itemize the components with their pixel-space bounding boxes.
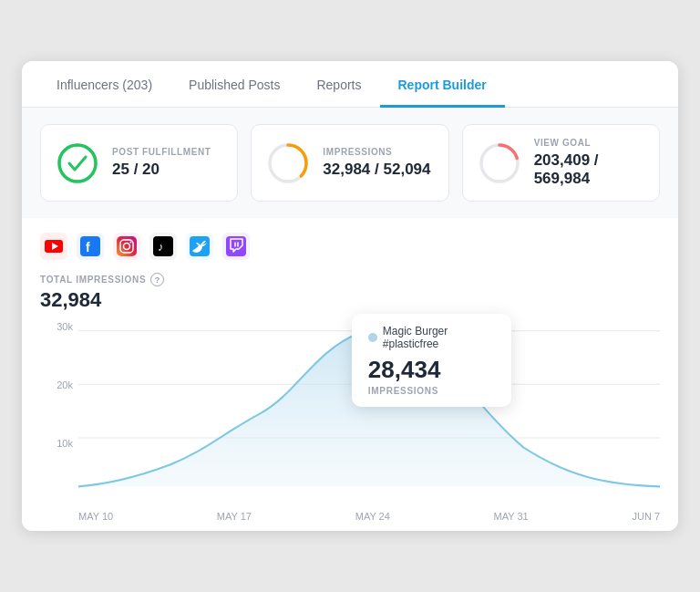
tab-influencers[interactable]: Influencers (203) <box>38 61 170 108</box>
y-axis-labels: 30k 20k 10k <box>40 321 73 522</box>
view-goal-icon <box>478 141 521 185</box>
y-label-20k: 20k <box>40 379 73 390</box>
chart-area: f <box>22 218 678 531</box>
instagram-icon[interactable] <box>113 233 140 260</box>
tab-published-posts[interactable]: Published Posts <box>170 61 298 108</box>
y-label-30k: 30k <box>40 321 73 332</box>
social-icons-row: f <box>40 233 660 260</box>
metric-impressions: IMPRESSIONS 32,984 / 52,094 <box>251 124 448 202</box>
chart-svg-container: Magic Burger #plasticfree 28,434 IMPRESS… <box>78 321 660 496</box>
total-impressions-value: 32,984 <box>40 288 660 312</box>
impressions-icon <box>266 141 310 185</box>
chart-wrapper: 30k 20k 10k <box>40 321 660 522</box>
view-goal-value: 203,409 / 569,984 <box>534 151 644 188</box>
svg-text:f: f <box>86 240 90 254</box>
post-fulfillment-label: POST FULFILLMENT <box>112 147 211 157</box>
x-label-may24: MAY 24 <box>355 511 390 522</box>
tiktok-icon[interactable]: ♪ <box>149 233 177 260</box>
twitch-icon[interactable] <box>222 233 250 260</box>
svg-point-13 <box>130 242 132 244</box>
impressions-label: IMPRESSIONS <box>323 147 430 157</box>
x-label-may10: MAY 10 <box>78 511 113 522</box>
tab-reports[interactable]: Reports <box>298 61 379 108</box>
x-label-may31: MAY 31 <box>494 511 529 522</box>
view-goal-text: VIEW GOAL 203,409 / 569,984 <box>534 138 644 188</box>
post-fulfillment-icon <box>56 141 99 185</box>
svg-point-1 <box>59 145 96 182</box>
post-fulfillment-value: 25 / 20 <box>112 161 211 179</box>
info-icon[interactable]: ? <box>150 273 164 286</box>
facebook-icon[interactable]: f <box>77 233 104 260</box>
twitter-icon[interactable] <box>186 233 213 260</box>
x-label-jun7: JUN 7 <box>632 511 660 522</box>
impressions-value: 32,984 / 52,094 <box>323 161 430 179</box>
svg-text:♪: ♪ <box>158 240 164 254</box>
metrics-row: POST FULFILLMENT 25 / 20 IMPRESSIONS 32,… <box>22 108 678 218</box>
svg-rect-8 <box>80 236 100 256</box>
x-label-may17: MAY 17 <box>217 511 252 522</box>
view-goal-label: VIEW GOAL <box>534 138 644 148</box>
metric-post-fulfillment: POST FULFILLMENT 25 / 20 <box>40 124 238 202</box>
y-label-10k: 10k <box>40 438 73 449</box>
youtube-icon[interactable] <box>40 233 67 260</box>
svg-point-23 <box>362 327 371 338</box>
x-axis-labels: MAY 10 MAY 17 MAY 24 MAY 31 JUN 7 <box>78 511 660 522</box>
main-card: Influencers (203) Published Posts Report… <box>22 61 678 531</box>
metric-view-goal: VIEW GOAL 203,409 / 569,984 <box>462 124 660 202</box>
impressions-text: IMPRESSIONS 32,984 / 52,094 <box>323 147 430 179</box>
post-fulfillment-text: POST FULFILLMENT 25 / 20 <box>112 147 211 179</box>
total-impressions-label: TOTAL IMPRESSIONS ? <box>40 273 660 286</box>
tab-report-builder[interactable]: Report Builder <box>380 61 505 108</box>
tab-bar: Influencers (203) Published Posts Report… <box>22 61 678 108</box>
